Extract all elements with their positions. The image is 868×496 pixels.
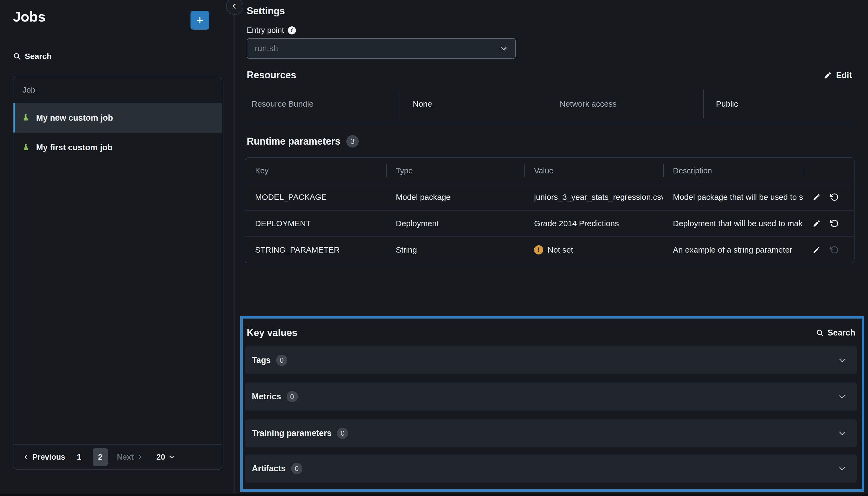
- tags-group-toggle[interactable]: Tags 0: [245, 346, 857, 374]
- search-icon: [13, 52, 21, 60]
- param-description: Deployment that will be used to mak...: [663, 219, 803, 228]
- chevron-down-icon: [838, 429, 846, 437]
- table-row: DEPLOYMENT Deployment Grade 2014 Predict…: [245, 210, 854, 236]
- param-type: Deployment: [386, 219, 525, 228]
- job-search-toggle[interactable]: Search: [13, 52, 52, 61]
- column-header-type: Type: [386, 158, 525, 184]
- group-label: Tags: [252, 355, 271, 365]
- warning-icon: !: [534, 245, 543, 254]
- chevron-left-icon: [22, 453, 30, 461]
- group-count-badge: 0: [291, 463, 302, 474]
- param-key: DEPLOYMENT: [245, 219, 386, 228]
- entry-point-select[interactable]: run.sh: [247, 38, 516, 59]
- row-actions: [803, 219, 854, 228]
- job-list-column-header: Job: [14, 77, 222, 103]
- table-row: STRING_PARAMETER String ! Not set An exa…: [245, 236, 854, 263]
- page-size-dropdown[interactable]: 20: [156, 453, 175, 462]
- jobs-page: Jobs + Search Job My new custom job: [0, 0, 868, 496]
- previous-page-button[interactable]: Previous: [22, 453, 65, 462]
- param-value-text: Not set: [548, 245, 573, 254]
- plus-icon: +: [196, 13, 204, 28]
- table-row: MODEL_PACKAGE Model package juniors_3_ye…: [245, 184, 854, 210]
- chevron-down-icon: [500, 44, 508, 52]
- chevron-down-icon: [838, 392, 846, 401]
- param-type: Model package: [386, 192, 525, 202]
- next-page-button[interactable]: Next: [117, 453, 144, 462]
- page-title: Jobs: [13, 9, 46, 25]
- key-values-heading: Key values: [247, 327, 297, 339]
- param-value: ! Not set: [525, 245, 663, 254]
- key-values-search-label: Search: [827, 328, 855, 338]
- group-label: Training parameters: [252, 429, 332, 438]
- page-size-value: 20: [156, 453, 165, 462]
- resource-bundle-label: Resource Bundle: [247, 90, 400, 118]
- runtime-parameters-table: Key Type Value Description MODEL_PACKAGE…: [245, 157, 854, 263]
- group-label: Metrics: [252, 392, 281, 402]
- key-values-section: Key values Search Tags 0 M: [240, 316, 864, 492]
- chevron-down-icon: [168, 454, 175, 460]
- chevron-right-icon: [136, 453, 143, 461]
- column-header-value: Value: [525, 158, 663, 184]
- training-parameters-group-toggle[interactable]: Training parameters 0: [245, 419, 857, 447]
- next-label: Next: [117, 453, 134, 462]
- chevron-down-icon: [838, 356, 846, 364]
- entry-point-label: Entry point i: [247, 26, 296, 35]
- group-label: Artifacts: [252, 464, 286, 474]
- flask-icon: [21, 114, 30, 122]
- page-1-button[interactable]: 1: [75, 453, 84, 462]
- reset-parameter-button[interactable]: [830, 219, 838, 228]
- table-header-row: Key Type Value Description: [245, 158, 854, 184]
- metrics-group-toggle[interactable]: Metrics 0: [245, 383, 857, 410]
- artifacts-group-toggle[interactable]: Artifacts 0: [245, 454, 857, 482]
- job-detail-panel: Settings Entry point i run.sh Resources …: [235, 0, 868, 496]
- row-actions: [803, 246, 854, 254]
- key-values-search-button[interactable]: Search: [816, 328, 855, 338]
- search-icon: [816, 329, 824, 337]
- runtime-parameters-title: Runtime parameters: [247, 136, 340, 147]
- column-header-key: Key: [245, 158, 386, 184]
- resources-heading: Resources: [247, 69, 296, 81]
- entry-point-value: run.sh: [255, 44, 500, 53]
- runtime-parameters-count-badge: 3: [346, 135, 359, 148]
- reset-parameter-button[interactable]: [830, 193, 838, 201]
- resource-bundle-value: None: [400, 90, 560, 118]
- row-actions: [803, 193, 854, 201]
- previous-label: Previous: [32, 453, 65, 462]
- network-access-value: Public: [703, 90, 856, 118]
- param-description: Model package that will be used to s...: [663, 192, 803, 202]
- job-list-empty-space: [14, 162, 222, 444]
- network-access-label: Network access: [560, 90, 703, 118]
- info-icon[interactable]: i: [288, 26, 296, 34]
- add-job-button[interactable]: +: [191, 11, 209, 30]
- param-description: An example of a string parameter: [663, 245, 803, 254]
- chevron-left-icon: [231, 3, 238, 10]
- job-list-item-my-first-custom-job[interactable]: My first custom job: [14, 133, 222, 162]
- column-header-actions: [803, 158, 854, 184]
- resource-summary-row: Resource Bundle None Network access Publ…: [247, 90, 856, 118]
- chevron-down-icon: [838, 465, 846, 472]
- param-key: STRING_PARAMETER: [245, 245, 386, 254]
- section-divider: [247, 122, 856, 122]
- column-header-description: Description: [663, 158, 803, 184]
- page-bottom-edge: [0, 494, 868, 496]
- flask-icon: [21, 143, 30, 152]
- edit-resources-button[interactable]: Edit: [824, 71, 852, 80]
- edit-parameter-button[interactable]: [813, 193, 821, 201]
- job-list-pagination: Previous 1 2 Next 20: [14, 444, 222, 469]
- job-list-panel: Job My new custom job My first custom jo…: [13, 77, 222, 470]
- group-count-badge: 0: [287, 391, 298, 402]
- job-list-item-my-new-custom-job[interactable]: My new custom job: [14, 103, 222, 133]
- param-key: MODEL_PACKAGE: [245, 192, 386, 202]
- job-name: My new custom job: [36, 113, 113, 123]
- edit-parameter-button[interactable]: [813, 246, 821, 254]
- param-value: Grade 2014 Predictions: [525, 219, 663, 228]
- page-2-button[interactable]: 2: [93, 448, 108, 466]
- pencil-icon: [824, 71, 832, 79]
- group-count-badge: 0: [337, 428, 348, 439]
- jobs-sidebar: Jobs + Search Job My new custom job: [0, 0, 235, 496]
- edit-parameter-button[interactable]: [813, 219, 821, 228]
- runtime-parameters-heading: Runtime parameters 3: [247, 135, 359, 148]
- key-values-header: Key values Search: [247, 327, 855, 339]
- edit-label: Edit: [836, 71, 852, 80]
- reset-parameter-button: [830, 246, 838, 254]
